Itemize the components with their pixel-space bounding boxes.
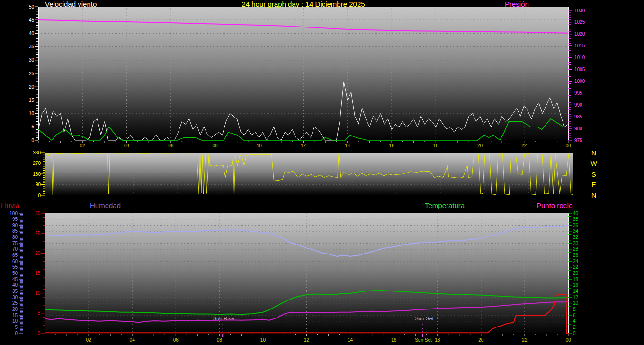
svg-text:10: 10	[12, 318, 18, 324]
wp-x-axis: 020406081012141618202200	[32, 141, 571, 149]
wind-axis: 05101520253035404550	[29, 4, 38, 143]
svg-text:5: 5	[37, 310, 40, 316]
svg-text:26: 26	[573, 253, 579, 258]
axis-sun-set-label: Sun Set	[413, 337, 434, 343]
compass-label-0: N	[588, 149, 599, 157]
svg-text:20: 20	[12, 307, 18, 312]
temperature-title: Temperatura	[425, 201, 465, 209]
svg-text:85: 85	[12, 228, 18, 234]
rain-axis: 051015202530	[35, 211, 45, 336]
svg-text:12: 12	[301, 143, 306, 148]
svg-text:975: 975	[574, 138, 582, 143]
svg-text:38: 38	[573, 217, 579, 222]
svg-text:36: 36	[573, 223, 579, 228]
svg-text:12: 12	[573, 295, 579, 300]
svg-text:40: 40	[29, 31, 35, 36]
dew-point-title: Punto rocío	[537, 201, 573, 209]
svg-text:40: 40	[573, 211, 579, 216]
svg-text:12: 12	[304, 337, 310, 343]
svg-text:4: 4	[573, 318, 576, 324]
svg-text:90: 90	[36, 182, 41, 187]
svg-text:25: 25	[35, 231, 41, 236]
svg-text:6: 6	[573, 313, 576, 318]
compass-label-1: W	[588, 160, 599, 167]
svg-text:180: 180	[33, 172, 41, 177]
svg-text:40: 40	[12, 282, 18, 288]
pressure-axis: 9759809859909951000100510101015102010251…	[568, 8, 585, 143]
svg-text:50: 50	[12, 271, 18, 276]
svg-text:14: 14	[348, 337, 353, 343]
svg-text:1005: 1005	[574, 67, 585, 72]
svg-text:50: 50	[29, 4, 35, 9]
svg-text:10: 10	[260, 337, 266, 343]
svg-text:70: 70	[12, 246, 18, 252]
svg-text:10: 10	[573, 300, 579, 306]
svg-text:0: 0	[15, 331, 18, 336]
svg-text:20: 20	[35, 251, 41, 256]
svg-text:30: 30	[12, 295, 18, 300]
svg-text:04: 04	[124, 143, 130, 148]
svg-text:45: 45	[29, 18, 35, 23]
svg-text:65: 65	[12, 253, 18, 258]
svg-text:16: 16	[389, 143, 394, 148]
svg-text:04: 04	[130, 337, 135, 343]
svg-text:25: 25	[29, 71, 35, 76]
svg-text:8: 8	[573, 307, 576, 312]
svg-text:0: 0	[38, 193, 41, 198]
svg-text:08: 08	[212, 143, 218, 148]
sun-set-label: Sun Set	[409, 316, 439, 321]
svg-text:0: 0	[37, 331, 40, 336]
svg-text:100: 100	[9, 211, 18, 216]
svg-text:02: 02	[86, 337, 92, 343]
svg-text:20: 20	[573, 271, 579, 276]
compass-label-3: E	[588, 181, 599, 189]
svg-text:5: 5	[31, 124, 34, 129]
svg-text:20: 20	[29, 84, 35, 90]
svg-text:00: 00	[565, 143, 571, 148]
dir-axis: 090180270360	[33, 150, 45, 198]
svg-text:30: 30	[29, 57, 35, 63]
svg-text:30: 30	[35, 211, 41, 216]
svg-text:1015: 1015	[574, 43, 585, 48]
svg-text:35: 35	[12, 289, 18, 294]
svg-text:22: 22	[521, 143, 527, 148]
svg-text:10: 10	[35, 291, 41, 296]
svg-text:5: 5	[15, 325, 18, 330]
temp-axis: 0246810121416182022242628303234363840	[568, 211, 579, 336]
svg-text:28: 28	[573, 246, 579, 252]
svg-text:30: 30	[573, 241, 579, 246]
svg-text:20: 20	[477, 143, 483, 148]
compass-label-4: N	[588, 191, 599, 199]
svg-text:60: 60	[12, 259, 18, 264]
svg-text:80: 80	[12, 235, 18, 240]
svg-text:35: 35	[29, 44, 35, 49]
svg-text:0: 0	[573, 331, 576, 336]
svg-text:55: 55	[12, 264, 18, 270]
sun-rise-label: Sun Rise	[209, 316, 238, 321]
svg-text:1020: 1020	[574, 31, 585, 36]
svg-text:14: 14	[345, 143, 350, 148]
humidity-title: Humedad	[90, 201, 121, 209]
svg-text:990: 990	[574, 102, 582, 108]
svg-text:0: 0	[31, 138, 34, 143]
svg-text:15: 15	[35, 271, 41, 276]
ht-x-axis: 020406081012141618202200	[38, 334, 571, 343]
svg-text:90: 90	[12, 223, 18, 228]
svg-text:22: 22	[573, 264, 579, 270]
svg-text:16: 16	[573, 282, 579, 288]
pressure-title: Presión	[505, 0, 529, 8]
svg-text:360: 360	[33, 150, 41, 155]
svg-text:2: 2	[573, 325, 576, 330]
svg-text:1000: 1000	[574, 79, 585, 84]
svg-text:20: 20	[478, 337, 484, 343]
svg-text:75: 75	[12, 241, 18, 246]
svg-text:985: 985	[574, 114, 582, 119]
svg-text:18: 18	[573, 277, 579, 282]
page-title: 24 hour graph day : 14 Diciembre 2025	[38, 0, 568, 8]
svg-text:1025: 1025	[574, 19, 585, 25]
svg-text:980: 980	[574, 126, 582, 131]
svg-text:00: 00	[565, 337, 571, 343]
svg-text:06: 06	[168, 143, 174, 148]
svg-text:10: 10	[29, 111, 35, 116]
svg-text:06: 06	[173, 337, 179, 343]
